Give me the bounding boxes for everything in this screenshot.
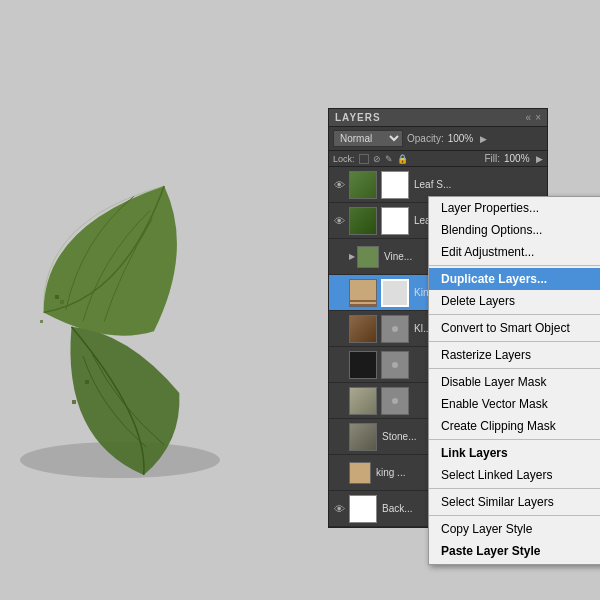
svg-rect-4 (85, 380, 89, 384)
fill-value[interactable]: 100% (504, 153, 532, 164)
fill-arrow[interactable]: ▶ (536, 154, 543, 164)
svg-rect-5 (72, 400, 76, 404)
menu-item-layer-properties[interactable]: Layer Properties... (429, 197, 600, 219)
fill-label: Fill: (484, 153, 500, 164)
layer-thumbnail (349, 495, 377, 523)
layer-thumbnail (349, 171, 377, 199)
eye-icon[interactable] (331, 249, 347, 265)
lock-label: Lock: (333, 154, 355, 164)
layer-mask-thumbnail (381, 351, 409, 379)
layer-mask-thumbnail (381, 171, 409, 199)
panel-close-btn[interactable]: × (535, 112, 541, 123)
layer-mask-thumbnail (381, 279, 409, 307)
svg-rect-1 (55, 295, 59, 299)
context-menu: Layer Properties... Blending Options... … (428, 196, 600, 565)
layer-thumbnail (357, 246, 379, 268)
layer-thumbnail (349, 315, 377, 343)
menu-separator (429, 368, 600, 369)
eye-icon[interactable] (331, 465, 347, 481)
opacity-value[interactable]: 100% (448, 133, 476, 144)
group-arrow-icon[interactable]: ▶ (349, 252, 355, 261)
panel-header: LAYERS « × (329, 109, 547, 127)
layer-mask-thumbnail (381, 387, 409, 415)
menu-separator (429, 314, 600, 315)
lock-edit-icon[interactable]: ✎ (385, 154, 393, 164)
layer-thumbnail (349, 387, 377, 415)
layer-mask-thumbnail (381, 207, 409, 235)
eye-icon[interactable]: 👁 (331, 501, 347, 517)
menu-item-blending-options[interactable]: Blending Options... (429, 219, 600, 241)
menu-item-paste-layer-style[interactable]: Paste Layer Style (429, 540, 600, 564)
menu-item-select-similar-layers[interactable]: Select Similar Layers (429, 491, 600, 513)
layer-thumbnail (349, 462, 371, 484)
lock-fill-bar: Lock: ⊘ ✎ 🔒 Fill: 100% ▶ (329, 151, 547, 167)
menu-item-enable-vector-mask[interactable]: Enable Vector Mask (429, 393, 600, 415)
panel-controls: « × (526, 112, 541, 123)
menu-separator (429, 439, 600, 440)
menu-item-edit-adjustment[interactable]: Edit Adjustment... (429, 241, 600, 263)
eye-icon[interactable] (331, 357, 347, 373)
menu-item-copy-layer-style[interactable]: Copy Layer Style (429, 518, 600, 540)
layer-thumbnail (349, 423, 377, 451)
opacity-label: Opacity: (407, 133, 444, 144)
lock-all-icon[interactable]: 🔒 (397, 154, 408, 164)
menu-item-create-clipping-mask[interactable]: Create Clipping Mask (429, 415, 600, 437)
eye-icon[interactable]: 👁 (331, 213, 347, 229)
eye-icon[interactable] (331, 285, 347, 301)
layer-name: Leaf S... (411, 179, 545, 190)
leaf-illustration (0, 60, 320, 600)
lock-transparent-icon[interactable] (359, 154, 369, 164)
menu-separator (429, 265, 600, 266)
menu-separator (429, 488, 600, 489)
menu-separator (429, 341, 600, 342)
layer-mask-thumbnail (381, 315, 409, 343)
menu-item-rasterize-layers[interactable]: Rasterize Layers (429, 344, 600, 366)
eye-icon[interactable] (331, 321, 347, 337)
blend-opacity-bar: Normal Opacity: 100% ▶ (329, 127, 547, 151)
eye-icon[interactable] (331, 393, 347, 409)
panel-collapse-btn[interactable]: « (526, 112, 532, 123)
svg-rect-2 (60, 300, 64, 304)
menu-item-duplicate-layers[interactable]: Duplicate Layers... (429, 268, 600, 290)
opacity-arrow[interactable]: ▶ (480, 134, 487, 144)
menu-item-link-layers[interactable]: Link Layers (429, 442, 600, 464)
menu-separator (429, 515, 600, 516)
panel-title: LAYERS (335, 112, 381, 123)
menu-item-disable-layer-mask[interactable]: Disable Layer Mask (429, 371, 600, 393)
layer-thumbnail (349, 207, 377, 235)
eye-icon[interactable]: 👁 (331, 177, 347, 193)
svg-rect-3 (40, 320, 43, 323)
layer-thumbnail (349, 351, 377, 379)
menu-item-delete-layers[interactable]: Delete Layers (429, 290, 600, 312)
blend-mode-select[interactable]: Normal (333, 130, 403, 147)
menu-item-convert-smart-object[interactable]: Convert to Smart Object (429, 317, 600, 339)
eye-icon[interactable] (331, 429, 347, 445)
lock-move-icon[interactable]: ⊘ (373, 154, 381, 164)
menu-item-select-linked-layers[interactable]: Select Linked Layers (429, 464, 600, 486)
layer-thumbnail (349, 279, 377, 307)
